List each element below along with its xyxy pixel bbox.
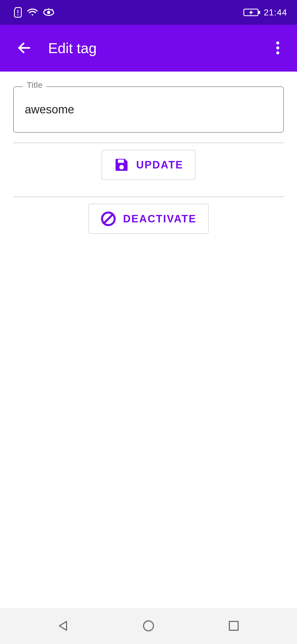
status-bar: 21:44 [0, 0, 297, 25]
triangle-back-icon [57, 619, 70, 633]
svg-point-12 [276, 46, 279, 49]
deactivate-button-label: DEACTIVATE [123, 213, 196, 225]
deactivate-button[interactable]: DEACTIVATE [88, 204, 208, 234]
deactivate-row: DEACTIVATE [0, 197, 297, 241]
block-icon [100, 211, 116, 227]
sim-alert-icon [14, 7, 22, 18]
eye-icon [43, 8, 54, 17]
update-row: UPDATE [0, 143, 297, 187]
svg-rect-14 [118, 160, 124, 163]
square-recent-icon [228, 620, 240, 633]
arrow-back-icon [16, 40, 32, 56]
circle-home-icon [142, 619, 155, 633]
nav-home-button[interactable] [127, 614, 170, 638]
overflow-menu-button[interactable] [267, 35, 289, 61]
nav-back-button[interactable] [41, 614, 85, 638]
svg-point-3 [47, 11, 50, 14]
svg-line-17 [104, 214, 113, 223]
svg-rect-20 [229, 621, 238, 630]
update-button-label: UPDATE [136, 159, 183, 171]
svg-rect-8 [258, 11, 260, 14]
page-title: Edit tag [48, 40, 267, 56]
svg-marker-18 [59, 621, 67, 630]
app-bar: Edit tag [0, 25, 297, 72]
more-vert-icon [276, 40, 280, 56]
title-field-label: Title [23, 80, 46, 90]
svg-point-11 [276, 41, 279, 44]
svg-point-15 [119, 165, 124, 169]
back-button[interactable] [11, 35, 37, 61]
update-button[interactable]: UPDATE [101, 150, 195, 180]
status-left [14, 7, 54, 18]
svg-marker-9 [249, 10, 253, 15]
screen-root: 21:44 Edit tag Title [0, 0, 297, 644]
battery-charging-icon [243, 8, 261, 17]
system-nav-bar [0, 608, 297, 644]
status-right: 21:44 [243, 7, 287, 18]
nav-recent-button[interactable] [212, 614, 256, 638]
save-icon [114, 157, 130, 173]
status-time: 21:44 [264, 7, 287, 18]
title-field-wrap: Title [13, 86, 284, 133]
content-area: Title UPDATE [0, 72, 297, 608]
wifi-icon [27, 8, 38, 17]
svg-point-13 [276, 51, 279, 54]
title-input[interactable] [13, 86, 284, 133]
svg-point-1 [17, 14, 18, 15]
svg-point-19 [144, 621, 153, 631]
